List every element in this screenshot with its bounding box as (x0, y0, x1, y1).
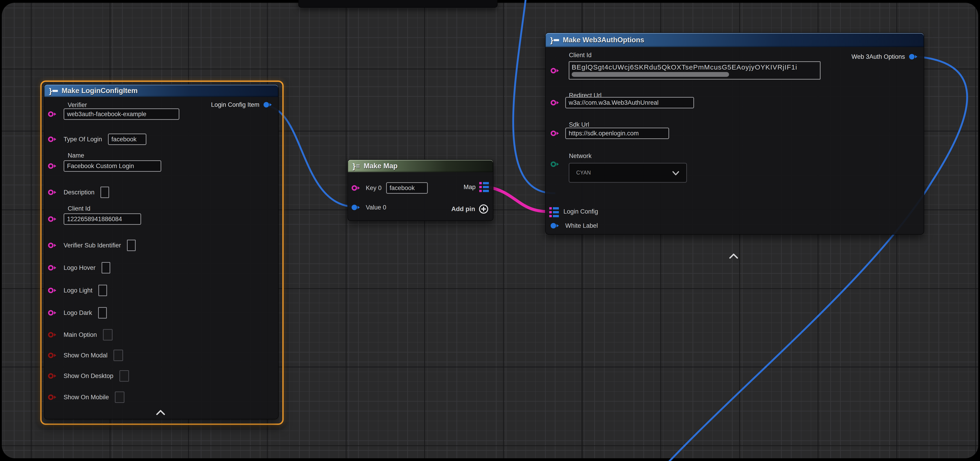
logo-dark-input[interactable] (98, 307, 107, 318)
show-on-mobile-checkbox[interactable] (115, 391, 124, 403)
node-title: Make LoginConfigItem (62, 87, 137, 95)
show-on-desktop-checkbox[interactable] (119, 370, 129, 382)
logo-hover-pin[interactable] (48, 264, 58, 271)
main-option-pin[interactable] (48, 331, 58, 338)
show-on-desktop-pin[interactable] (48, 372, 58, 379)
chevron-down-icon (671, 170, 680, 176)
logo-dark-pin[interactable] (48, 309, 58, 316)
output-pin-label: Web 3Auth Options (851, 53, 905, 60)
web3auth-options-output-pin[interactable] (908, 53, 919, 60)
make-map-icon: }≡ (353, 162, 360, 170)
wire-loginconfigitem-to-value0[interactable] (266, 106, 356, 207)
pin-label-white-label: White Label (565, 222, 598, 229)
pin-label-main-option: Main Option (64, 331, 97, 339)
node-title: Make Web3AuthOptions (563, 36, 644, 44)
name-input[interactable]: Facebook Custom Login (64, 160, 161, 172)
pin-label-verifier-sub-identifier: Verifier Sub Identifier (64, 242, 121, 249)
add-pin-plus-icon (478, 204, 489, 214)
login-config-pin[interactable] (549, 207, 559, 217)
collapse-chevron-icon[interactable] (729, 253, 739, 259)
key0-pin[interactable] (351, 184, 361, 191)
logo-light-pin[interactable] (48, 287, 58, 294)
verifier-input[interactable]: web3auth-facebook-example (64, 108, 179, 120)
output-pin-label-map: Map (463, 184, 476, 191)
add-pin-label: Add pin (451, 205, 475, 213)
login-config-item-output-pin[interactable] (263, 101, 273, 108)
collapse-chevron-icon[interactable] (156, 409, 165, 416)
client-id-input[interactable]: 1222658941886084 (64, 213, 141, 225)
make-struct-icon: } (550, 36, 559, 45)
pin-label-client-id: Client Id (68, 205, 91, 212)
client-id-scrollbar[interactable] (572, 72, 729, 77)
client-id-pin[interactable] (550, 67, 560, 74)
name-pin[interactable] (48, 162, 58, 169)
pin-label-logo-light: Logo Light (64, 287, 92, 294)
pin-label-network: Network (569, 153, 592, 160)
client-id-text: BEglQSgt4cUWcj6SKRdu5QkOXTsePmMcusG5EAoy… (572, 64, 818, 71)
network-dropdown[interactable]: CYAN (569, 163, 687, 183)
pin-label-show-on-desktop: Show On Desktop (64, 372, 113, 380)
main-option-checkbox[interactable] (103, 329, 113, 340)
pin-label-show-on-mobile: Show On Mobile (64, 394, 109, 401)
pin-label-description: Description (64, 189, 94, 196)
pin-label-client-id: Client Id (569, 52, 592, 59)
pin-label-type-of-login: Type Of Login (64, 136, 102, 143)
redirect-url-input[interactable]: w3a://com.w3a.Web3AuthUnreal (565, 97, 694, 108)
description-pin[interactable] (48, 189, 58, 196)
output-pin-label: Login Config Item (211, 101, 259, 108)
logo-hover-input[interactable] (102, 262, 110, 273)
show-on-modal-checkbox[interactable] (113, 350, 123, 361)
white-label-pin[interactable] (550, 222, 560, 229)
type-of-login-pin[interactable] (48, 136, 58, 143)
pin-label-show-on-modal: Show On Modal (64, 352, 108, 359)
pin-label-logo-hover: Logo Hover (64, 264, 95, 272)
verifier-sub-identifier-pin[interactable] (48, 242, 58, 249)
sdk-url-pin[interactable] (550, 130, 560, 137)
map-output-pin[interactable] (479, 182, 489, 192)
node-header-make-map[interactable]: }≡ Make Map (348, 160, 493, 172)
network-pin[interactable] (550, 161, 560, 168)
show-on-mobile-pin[interactable] (48, 394, 58, 401)
node-make-loginconfigitem[interactable]: } Make LoginConfigItem Login Config Item… (44, 84, 278, 420)
logo-light-input[interactable] (99, 285, 107, 296)
pin-label-logo-dark: Logo Dark (64, 309, 92, 316)
show-on-modal-pin[interactable] (48, 352, 58, 359)
redirect-url-pin[interactable] (550, 99, 560, 106)
pin-label-name: Name (68, 152, 84, 159)
key0-input[interactable]: facebook (386, 182, 428, 194)
client-id-input[interactable]: BEglQSgt4cUWcj6SKRdu5QkOXTsePmMcusG5EAoy… (569, 61, 821, 79)
sdk-url-input[interactable]: https://sdk.openlogin.com (565, 127, 669, 139)
pin-label-value0: Value 0 (366, 204, 387, 211)
value0-pin[interactable] (351, 204, 361, 211)
node-make-web3authoptions[interactable]: } Make Web3AuthOptions Client Id Web 3Au… (545, 32, 924, 235)
network-selected-value: CYAN (576, 170, 591, 176)
node-make-map[interactable]: }≡ Make Map Key 0 facebook Map Value 0 A… (347, 159, 493, 221)
verifier-sub-identifier-input[interactable] (127, 240, 136, 251)
verifier-pin[interactable] (48, 111, 58, 118)
make-struct-icon: } (49, 86, 58, 95)
pin-label-login-config: Login Config (563, 208, 598, 215)
node-header-make-loginconfigitem[interactable]: } Make LoginConfigItem (45, 84, 278, 97)
description-input[interactable] (100, 187, 109, 198)
node-title: Make Map (364, 162, 398, 170)
type-of-login-input[interactable]: facebook (108, 134, 146, 145)
client-id-pin[interactable] (48, 216, 58, 223)
add-pin-button[interactable]: Add pin (451, 204, 489, 214)
node-header-make-web3authoptions[interactable]: } Make Web3AuthOptions (546, 33, 924, 47)
pin-label-key0: Key 0 (366, 184, 382, 192)
